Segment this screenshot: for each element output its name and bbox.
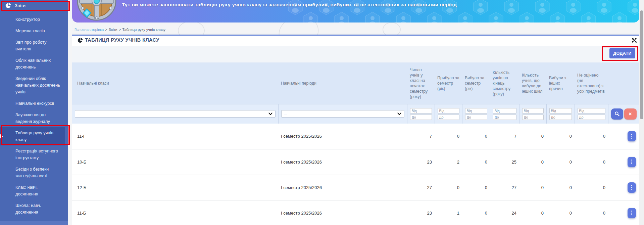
filter-from-input-5[interactable] <box>465 108 487 114</box>
vertical-scrollbar[interactable] <box>639 0 644 225</box>
sidebar-item-zvity[interactable]: Звіти <box>0 0 68 11</box>
column-header: Не оцінено (не атестовано) з усіх предме… <box>575 62 608 104</box>
filter-to-input-6[interactable] <box>493 115 516 120</box>
sidebar-item-konstruktor[interactable]: Конструктор <box>0 14 65 25</box>
sidebar-content-gap <box>68 0 72 225</box>
cell-class: 10-Б <box>72 149 278 175</box>
column-header: Кількість учнів, що вибули до інших шкіл <box>519 62 546 104</box>
cell-value: 1 <box>435 200 462 225</box>
cell-value: 7 <box>407 124 435 149</box>
breadcrumb-item[interactable]: Головна сторінка <box>75 28 104 32</box>
filter-cell <box>490 104 519 124</box>
filter-cell: ... <box>278 104 407 124</box>
filter-from-input-8[interactable] <box>549 108 572 114</box>
add-button[interactable]: ДОДАТИ <box>609 48 635 58</box>
sidebar-item-label: Звіт про роботу вчителя <box>15 39 61 52</box>
table-row: 11-ГІ семестр 2025\20267007000 <box>72 124 639 149</box>
sidebar-item-label: Реєстрація вступного інструктажу <box>15 148 61 161</box>
cell-value: 23 <box>407 149 435 175</box>
row-actions-button[interactable] <box>628 131 636 141</box>
sidebar-item-zvit-pro-robotu-vchytelia[interactable]: Звіт про роботу вчителя <box>0 37 65 55</box>
filter-cell: ... <box>72 104 278 124</box>
filter-cell <box>435 104 462 124</box>
filter-cell <box>462 104 490 124</box>
filter-to-input-9[interactable] <box>578 115 605 120</box>
cell-value: 27 <box>490 175 519 200</box>
table-body: 11-ГІ семестр 2025\2026700700010-БІ семе… <box>72 124 639 225</box>
sidebar-item-shkola-navch-dosiahnennia[interactable]: Школа: навч. досягнення <box>0 200 65 218</box>
sidebar-item-reiestratsiia-instruktazhu[interactable]: Реєстрація вступного інструктажу <box>0 145 65 164</box>
column-header: Прибуло за семестр (рік) <box>435 62 462 104</box>
sidebar-item-tablytsia-rukhu-uchniv[interactable]: Таблиця руху учнів класу <box>0 127 65 145</box>
filter-to-input-3[interactable] <box>410 115 432 120</box>
filter-cell <box>519 104 546 124</box>
sidebar-nav: ЗвітиКонструкторМережа класівЗвіт про ро… <box>0 0 68 225</box>
cell-value: 0 <box>575 200 608 225</box>
breadcrumb: Головна сторінка>Звіти>Таблиця руху учні… <box>75 28 165 32</box>
cell-value: 24 <box>490 200 519 225</box>
search-button[interactable] <box>611 108 623 120</box>
cell-actions <box>608 149 639 175</box>
movement-table: Навчальні класиНавчальні періодиЧисло уч… <box>72 62 639 225</box>
row-actions-button[interactable] <box>628 208 636 218</box>
cell-value: 0 <box>546 149 575 175</box>
banner-text: Тут ви можете заповнювати таблицю руху у… <box>122 2 457 7</box>
active-item-arrow-icon <box>0 134 3 139</box>
sidebar-item-label: Мережа класів <box>15 28 61 34</box>
sidebar-item-besidy-z-bezpeky[interactable]: Бесіди з безпеки життєдіяльності <box>0 164 65 182</box>
clear-filters-button[interactable]: ✕ <box>624 108 637 120</box>
cell-value: 0 <box>546 124 575 149</box>
sidebar-item-label: Бесіди з безпеки життєдіяльності <box>15 166 61 179</box>
filter-from-input-9[interactable] <box>578 108 605 114</box>
table-filter-row: ......✕ <box>72 104 639 124</box>
cell-value: 0 <box>575 149 608 175</box>
sidebar-item-klas-navch-dosiahnennia[interactable]: Клас: навч. досягнення <box>0 182 65 200</box>
sidebar-item-merezha-klasiv[interactable]: Мережа класів <box>0 25 65 37</box>
sidebar-item-navchalni-ekskursii[interactable]: Навчальні екскурсії <box>0 98 65 109</box>
filter-from-input-6[interactable] <box>493 108 516 114</box>
classes-filter-select[interactable]: ... <box>75 110 276 118</box>
filter-to-input-5[interactable] <box>465 115 487 120</box>
cell-actions <box>608 200 639 225</box>
cell-value: 0 <box>519 200 546 225</box>
filter-from-input-7[interactable] <box>522 108 544 114</box>
cell-actions <box>608 175 639 200</box>
sidebar-item-zvedenyi-oblik-dosiahnen-uchniv[interactable]: Зведений облік навчальних досягнень учні… <box>0 73 65 98</box>
page: ЗвітиКонструкторМережа класівЗвіт про ро… <box>0 0 644 225</box>
filter-to-input-8[interactable] <box>549 115 572 120</box>
sidebar-item-label: Облік навчальних досягнень <box>15 57 61 71</box>
table-header-row: Навчальні класиНавчальні періодиЧисло уч… <box>72 62 639 104</box>
column-header: Вибуло за семестр (рік) <box>462 62 490 104</box>
reports-pie-icon <box>5 3 11 8</box>
cell-value: 25 <box>490 149 519 175</box>
cell-value: 0 <box>519 149 546 175</box>
row-actions-button[interactable] <box>628 182 636 193</box>
cell-value: 0 <box>462 149 490 175</box>
cell-value: 0 <box>546 175 575 200</box>
report-panel: ТАБЛИЦЯ РУХУ УЧНІВ КЛАСУ ДОДАТ <box>72 35 639 225</box>
filter-from-input-4[interactable] <box>438 108 459 114</box>
column-header: Число учнів у класі на початок семестру … <box>407 62 435 104</box>
filter-cell <box>575 104 608 124</box>
cell-value: 0 <box>546 200 575 225</box>
sidebar-item-zauvazhennia-do-zhurnalu[interactable]: Зауваження до ведення журналу <box>0 109 65 127</box>
column-header: Навчальні класи <box>72 62 278 104</box>
cell-value: 0 <box>462 200 490 225</box>
info-banner: Тут ви можете заповнювати таблицю руху у… <box>72 0 639 22</box>
cell-class: 11-Б <box>72 200 278 225</box>
scrollbar-thumb[interactable] <box>640 10 643 119</box>
sidebar-item-oblik-navchalnykh-dosiahnen[interactable]: Облік навчальних досягнень <box>0 55 65 73</box>
cell-period: І семестр 2025\2026 <box>278 124 407 149</box>
sidebar-bottom-band <box>0 221 68 225</box>
filter-to-input-7[interactable] <box>522 115 544 120</box>
periods-filter-select[interactable]: ... <box>281 110 404 118</box>
expand-icon[interactable] <box>631 37 637 43</box>
pie-chart-icon <box>78 38 83 43</box>
filter-from-input-3[interactable] <box>410 108 432 114</box>
cell-period: І семестр 2025\2026 <box>278 149 407 175</box>
cell-value: 23 <box>407 200 435 225</box>
filter-to-input-4[interactable] <box>438 115 459 120</box>
row-actions-button[interactable] <box>628 157 636 167</box>
cell-value: 0 <box>462 124 490 149</box>
cell-class: 11-Г <box>72 124 278 149</box>
